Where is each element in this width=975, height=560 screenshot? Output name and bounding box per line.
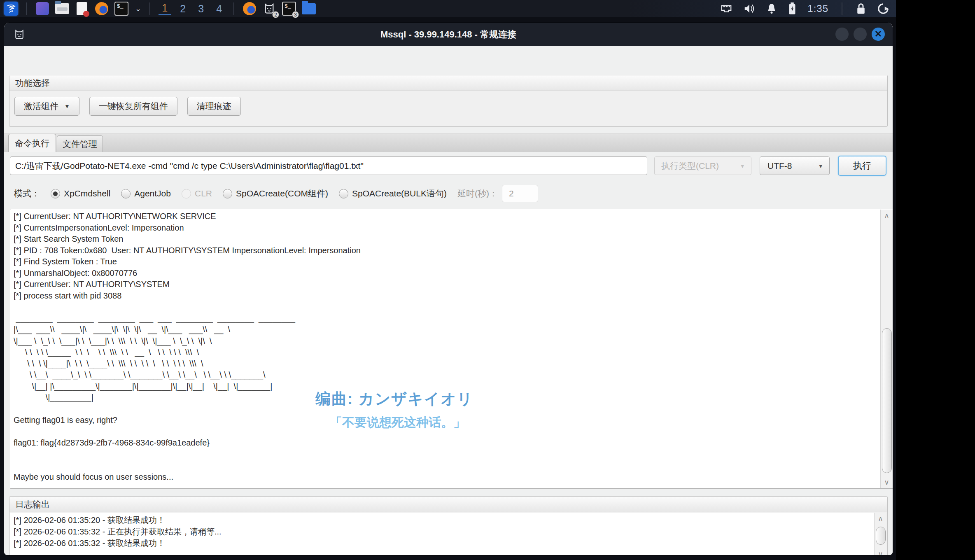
folder-icon: [55, 3, 69, 14]
taskbar: $_ ⌄ 1 2 3 4 2 $_ 3: [0, 0, 896, 17]
function-panel-title: 功能选择: [9, 75, 887, 91]
delay-label: 延时(秒)：: [457, 188, 498, 199]
close-button[interactable]: ✕: [871, 27, 885, 41]
launcher-firefox[interactable]: [95, 2, 109, 16]
taskbar-window-terminal[interactable]: $_ 3: [282, 2, 296, 16]
radio-icon[interactable]: [339, 189, 348, 198]
chevron-down-icon[interactable]: ⌄: [135, 4, 141, 13]
scrollbar-thumb[interactable]: [882, 328, 892, 473]
taskbar-separator: [149, 2, 150, 15]
blue-folder-icon: [302, 3, 316, 14]
scroll-down-icon[interactable]: ∨: [881, 476, 893, 488]
scroll-down-icon[interactable]: ∨: [875, 548, 886, 555]
taskbar-window-firefox[interactable]: [243, 2, 257, 16]
wallpaper-watermark-line1: 编曲: カンザキイオリ: [315, 389, 474, 409]
taskbar-window-files[interactable]: [302, 2, 316, 16]
caret-down-icon: ▼: [64, 103, 70, 110]
caret-down-icon: ▼: [818, 163, 829, 169]
exec-type-label: 执行类型(CLR): [661, 160, 719, 172]
launcher-terminal[interactable]: $_: [114, 2, 128, 16]
clock[interactable]: 1:35: [807, 3, 828, 14]
execute-button[interactable]: 执行: [838, 156, 886, 176]
taskbar-separator: [233, 2, 234, 15]
window-title: Mssql - 39.99.149.148 - 常规连接: [4, 28, 893, 41]
caret-down-icon: ▼: [739, 163, 751, 169]
workspace-3[interactable]: 3: [195, 3, 207, 15]
tab-strip: 命令执行 文件管理: [4, 133, 893, 152]
log-panel-title: 日志输出: [9, 497, 887, 512]
radio-spoacreate-bulk[interactable]: SpOACreate(BULK语句): [339, 188, 447, 199]
restore-all-components-button[interactable]: 一键恢复所有组件: [89, 97, 177, 116]
logout-icon[interactable]: [877, 2, 889, 15]
scroll-up-icon[interactable]: ∧: [875, 513, 886, 524]
notifications-bell-icon[interactable]: [766, 3, 777, 14]
radio-agentjob[interactable]: AgentJob: [121, 189, 171, 198]
log-area[interactable]: [*] 2026-02-06 01:35:20 - 获取结果成功！ [*] 20…: [10, 513, 886, 555]
launcher-file-manager[interactable]: [55, 2, 69, 16]
encoding-value: UTF-8: [767, 161, 792, 171]
window-count-badge: 3: [292, 11, 299, 18]
radio-label: SpOACreate(BULK语句): [352, 188, 447, 199]
volume-icon[interactable]: [743, 3, 756, 14]
mode-label: 模式：: [14, 188, 40, 199]
log-vertical-scrollbar[interactable]: ∧ ∨: [874, 513, 886, 555]
radio-disabled-icon: [182, 189, 191, 198]
minimize-button[interactable]: [835, 27, 849, 41]
mode-row: 模式： XpCmdshell AgentJob CLR SpOACreate(C…: [4, 185, 893, 202]
radio-spoacreate-com[interactable]: SpOACreate(COM组件): [223, 188, 328, 199]
kali-menu-button[interactable]: [4, 2, 18, 16]
scroll-up-icon[interactable]: ∧: [881, 210, 893, 221]
launcher-desktop-app[interactable]: [35, 2, 49, 16]
window-app-icon: [36, 2, 49, 15]
exec-type-select: 执行类型(CLR) ▼: [654, 156, 751, 175]
firefox-icon: [95, 2, 108, 15]
terminal-icon: $_: [114, 2, 128, 16]
kali-logo-icon: [4, 2, 18, 16]
firefox-icon: [243, 2, 256, 15]
radio-icon[interactable]: [121, 189, 131, 198]
workspace-2[interactable]: 2: [177, 3, 189, 15]
lock-icon[interactable]: [856, 2, 866, 15]
function-panel: 功能选择 激活组件 ▼ 一键恢复所有组件 清理痕迹: [9, 75, 888, 127]
output-area[interactable]: [*] CurrentUser: NT AUTHORITY\NETWORK SE…: [10, 209, 893, 489]
radio-xpcmdshell[interactable]: XpCmdshell: [51, 189, 110, 198]
battery-icon[interactable]: [788, 2, 797, 15]
workspace-4[interactable]: 4: [213, 3, 225, 15]
taskbar-window-mdut[interactable]: 2: [262, 2, 276, 16]
taskbar-separator: [842, 2, 842, 15]
log-text: [*] 2026-02-06 01:35:20 - 获取结果成功！ [*] 20…: [14, 514, 870, 555]
taskbar-separator: [26, 2, 27, 15]
activate-component-button[interactable]: 激活组件 ▼: [14, 97, 79, 116]
radio-label: SpOACreate(COM组件): [236, 188, 328, 199]
window-count-badge: 2: [272, 11, 279, 18]
radio-label: AgentJob: [134, 189, 171, 198]
radio-label: CLR: [195, 189, 212, 198]
maximize-button[interactable]: [853, 27, 867, 41]
radio-selected-icon[interactable]: [51, 189, 60, 198]
output-text: [*] CurrentUser: NT AUTHORITY\NETWORK SE…: [14, 211, 877, 488]
radio-clr: CLR: [182, 189, 212, 198]
document-edit-icon: [77, 2, 87, 15]
workspace-1[interactable]: 1: [159, 2, 171, 15]
command-input[interactable]: [10, 156, 647, 175]
window-titlebar[interactable]: Mssql - 39.99.149.148 - 常规连接 ✕: [4, 23, 893, 46]
encoding-select[interactable]: UTF-8 ▼: [760, 156, 830, 175]
mdut-window: Mssql - 39.99.149.148 - 常规连接 ✕ 功能选择 激活组件…: [4, 23, 893, 555]
delay-input[interactable]: [502, 185, 538, 202]
log-panel: 日志输出 [*] 2026-02-06 01:35:20 - 获取结果成功！ […: [9, 496, 888, 555]
radio-icon[interactable]: [223, 189, 232, 198]
launcher-text-editor[interactable]: [75, 2, 89, 16]
window-body: 功能选择 激活组件 ▼ 一键恢复所有组件 清理痕迹 命令执行 文件管理: [4, 46, 893, 555]
wallpaper-watermark-line2: 「不要说想死这种话。」: [330, 414, 466, 431]
clean-traces-button[interactable]: 清理痕迹: [187, 97, 241, 116]
tab-command-execution[interactable]: 命令执行: [8, 134, 56, 152]
radio-label: XpCmdshell: [64, 189, 110, 198]
output-vertical-scrollbar[interactable]: ∧ ∨: [880, 210, 893, 488]
desktop: $_ ⌄ 1 2 3 4 2 $_ 3: [0, 0, 896, 560]
network-icon[interactable]: [720, 3, 732, 14]
activate-component-label: 激活组件: [24, 100, 58, 112]
tab-file-management[interactable]: 文件管理: [57, 135, 103, 152]
scrollbar-thumb[interactable]: [876, 527, 886, 545]
